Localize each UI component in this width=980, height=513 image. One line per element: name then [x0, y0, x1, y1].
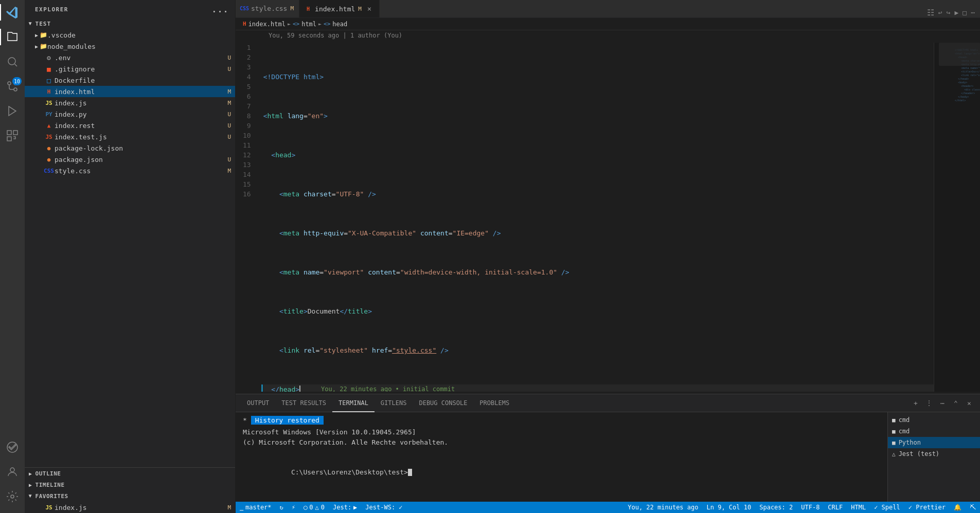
- remote-activity-item[interactable]: [0, 435, 25, 460]
- index-test-js-label: index.test.js: [55, 133, 225, 141]
- tab-style-css[interactable]: CSS style.css M: [236, 0, 299, 17]
- terminal-content[interactable]: * History restored Microsoft Windows [Ve…: [236, 412, 887, 502]
- favorites-item-index-js[interactable]: JS index.js M: [25, 502, 235, 513]
- panel-tab-output[interactable]: OUTPUT: [241, 394, 275, 412]
- status-encoding[interactable]: UTF-8: [797, 502, 824, 513]
- file-info-bar: You, 59 seconds ago | 1 author (You): [236, 30, 980, 41]
- panel-content-area: * History restored Microsoft Windows [Ve…: [236, 412, 980, 502]
- line-9-modified-indicator: [261, 384, 263, 392]
- fork-icon: ⚡: [292, 504, 295, 511]
- language-label: HTML: [851, 504, 866, 511]
- status-fork[interactable]: ⚡: [288, 502, 299, 513]
- git-time-label: You, 22 minutes ago: [628, 504, 698, 511]
- tab-index-html[interactable]: H index.html M ×: [299, 0, 380, 17]
- tree-item-style-css[interactable]: CSS style.css M: [25, 165, 235, 176]
- tree-item-index-js[interactable]: JS index.js M: [25, 97, 235, 108]
- source-control-activity-item[interactable]: 10: [0, 74, 25, 99]
- terminal-item-cmd1[interactable]: ■ cmd: [888, 414, 980, 426]
- breadcrumb-file[interactable]: H index.html: [243, 21, 286, 28]
- status-language[interactable]: HTML: [847, 502, 870, 513]
- redo-icon[interactable]: ↪: [947, 9, 951, 16]
- history-restored-badge: History restored: [251, 416, 324, 425]
- tree-root[interactable]: ▶ TEST: [25, 18, 235, 29]
- status-notification[interactable]: 🔔: [950, 502, 966, 513]
- plus-icon: +: [914, 399, 918, 407]
- breadcrumb-head-tag[interactable]: <> head: [324, 21, 347, 28]
- panel-tab-gitlens[interactable]: GITLENS: [375, 394, 413, 412]
- status-remote[interactable]: ⛏: [966, 502, 980, 513]
- explorer-activity-item[interactable]: [0, 25, 25, 49]
- tree-item-index-test-js[interactable]: JS index.test.js U: [25, 131, 235, 142]
- status-jest[interactable]: Jest: ▶: [329, 502, 361, 513]
- editor-area[interactable]: 1 2 3 4 5 6 7 8 9 10 11 12 13 14 15 16: [236, 41, 980, 394]
- vscode-logo[interactable]: [0, 0, 25, 25]
- favorites-section[interactable]: ▶ FAVORITES: [25, 490, 235, 502]
- minimize-icon: ⌃: [954, 399, 958, 407]
- status-errors[interactable]: ◯ 0 △ 0: [299, 502, 329, 513]
- panel-tab-problems[interactable]: PROBLEMS: [473, 394, 515, 412]
- package-json-label: package.json: [55, 156, 225, 163]
- tree-item-gitignore[interactable]: ■ .gitignore U: [25, 63, 235, 75]
- tree-item-node-modules[interactable]: ▶ 📁 node_modules: [25, 41, 235, 52]
- breadcrumb-html-tag[interactable]: <> html: [293, 21, 316, 28]
- panel-minimize[interactable]: ⌃: [950, 397, 961, 409]
- terminal-item-jest[interactable]: △ Jest (test): [888, 448, 980, 460]
- svg-line-1: [15, 64, 17, 66]
- undo-icon[interactable]: ↩: [938, 9, 942, 16]
- code-editor[interactable]: <!DOCTYPE html> <html lang="en"> <head> …: [255, 43, 934, 392]
- tree-item-dockerfile[interactable]: □ Dockerfile: [25, 75, 235, 86]
- tree-item-vscode[interactable]: ▶ 📁 .vscode: [25, 29, 235, 41]
- tree-item-index-html[interactable]: H index.html M: [25, 86, 235, 97]
- status-prettier[interactable]: ✓ Prettier: [904, 502, 950, 513]
- tree-item-package-lock[interactable]: ● package-lock.json: [25, 142, 235, 154]
- panel-add-terminal[interactable]: +: [910, 397, 921, 409]
- status-location[interactable]: Ln 9, Col 10: [703, 502, 756, 513]
- panel-more-actions[interactable]: ⋯: [937, 397, 948, 409]
- sidebar-more-button[interactable]: ...: [212, 5, 229, 14]
- terminal-item-cmd2[interactable]: ■ cmd: [888, 426, 980, 437]
- svg-point-11: [11, 495, 14, 498]
- search-activity-item[interactable]: [0, 49, 25, 74]
- tree-item-index-py[interactable]: PY index.py U: [25, 108, 235, 120]
- close-tab-button[interactable]: ×: [365, 4, 374, 13]
- source-control-badge: 10: [12, 77, 22, 85]
- jest-label: Jest (test): [899, 450, 939, 457]
- editor-layout-icon[interactable]: ☷: [927, 8, 934, 17]
- status-git-info[interactable]: You, 22 minutes ago: [623, 502, 702, 513]
- gitignore-icon: ■: [43, 65, 55, 73]
- terminal-item-python[interactable]: ■ Python: [888, 437, 980, 448]
- panel-tab-terminal[interactable]: TERMINAL: [332, 394, 375, 412]
- more-actions-icon[interactable]: ⋯: [971, 9, 975, 16]
- panel-tab-debug-console[interactable]: DEBUG CONSOLE: [413, 394, 473, 412]
- status-spell[interactable]: ✓ Spell: [870, 502, 904, 513]
- timeline-section[interactable]: ▶ TIMELINE: [25, 479, 235, 490]
- jest-ws-label: Jest-WS: ✓: [365, 504, 402, 511]
- index-js-badge: M: [227, 100, 231, 106]
- run-activity-item[interactable]: [0, 99, 25, 123]
- breadcrumb-sep-2: ►: [318, 21, 322, 27]
- tree-item-index-rest[interactable]: ▲ index.rest U: [25, 120, 235, 131]
- status-spaces[interactable]: Spaces: 2: [755, 502, 797, 513]
- status-jest-ws[interactable]: Jest-WS: ✓: [361, 502, 406, 513]
- accounts-activity-item[interactable]: [0, 460, 25, 484]
- status-branch[interactable]: ⎯ master*: [236, 502, 276, 513]
- main-container: EXPLORER ... ▶ TEST ▶ 📁 .vscode ▶ 📁 node…: [25, 0, 980, 513]
- package-json-icon: ●: [43, 156, 55, 163]
- settings-activity-item[interactable]: [0, 484, 25, 509]
- status-sync[interactable]: ↻: [276, 502, 288, 513]
- panel-toggle-icon[interactable]: □: [963, 9, 967, 16]
- svg-rect-7: [7, 131, 11, 135]
- status-bar: ⎯ master* ↻ ⚡ ◯ 0 △ 0 Jest: ▶: [236, 502, 980, 513]
- panel-terminal-split[interactable]: ⋮: [923, 397, 935, 409]
- panel-tab-test-results[interactable]: TEST RESULTS: [275, 394, 332, 412]
- spaces-label: Spaces: 2: [759, 504, 793, 511]
- forward-icon[interactable]: ▶: [955, 9, 959, 16]
- tree-item-env[interactable]: ⚙ .env U: [25, 52, 235, 63]
- package-json-badge: U: [227, 156, 231, 163]
- status-eol[interactable]: CRLF: [824, 502, 847, 513]
- tree-item-package-json[interactable]: ● package.json U: [25, 154, 235, 165]
- outline-section[interactable]: ▶ OUTLINE: [25, 468, 235, 479]
- terminal-prompt: C:\Users\Lorenz\Desktop\test>: [291, 468, 408, 476]
- extensions-activity-item[interactable]: [0, 123, 25, 148]
- panel-close[interactable]: ×: [964, 397, 975, 409]
